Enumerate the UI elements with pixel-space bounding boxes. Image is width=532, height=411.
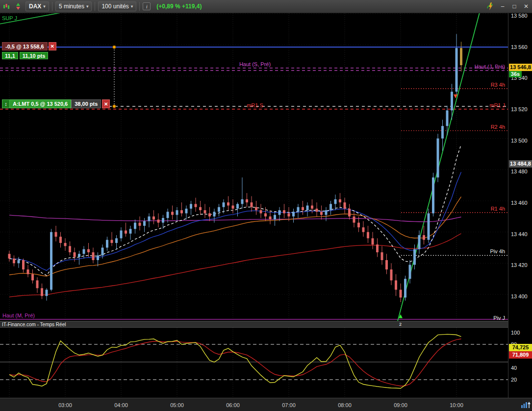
haut-j-pre-label: Haut (J, Pré) [475,64,505,70]
order-connector[interactable] [113,46,116,108]
grid-lines [0,13,508,321]
time-tick: 10:00 [444,402,469,408]
indicator-tick: 40 [511,364,517,371]
time-tick: 08:00 [332,402,357,408]
pnl-value-badge: 11,1 [2,52,18,59]
orders-icon[interactable] [14,2,23,11]
open-position-tag[interactable]: -0,5 @ 13 558,6 ✕ [2,42,56,50]
chevron-down-icon: ▾ [131,4,133,9]
price-chart-canvas[interactable]: Haut (S, Pré)Haut (J, Pré)R3 4hmR1 SmR1 … [0,13,508,321]
chevron-down-icon: ▾ [86,4,89,9]
info-icon[interactable]: i [143,2,151,10]
indicator-tick: 20 [511,376,517,383]
timeframe-label: 5 minutes [59,3,84,10]
stochastic-panel-canvas[interactable] [0,328,508,398]
price-tick: 13 560 [511,44,528,50]
stoch-grid [0,328,508,398]
instrument-label: DAX [29,3,41,10]
piv-j-label: Piv J [493,315,505,321]
time-tick: 05:00 [165,402,189,408]
mr1-label: mR1 J [489,102,505,108]
pnl-points-badge: 11,10 pts [20,52,48,59]
toolbar: DAX ▾ 5 minutes ▾ 100 unités ▾ i (+0,89 … [0,0,532,13]
price-tick: 13 460 [511,199,528,206]
candle-countdown-badge: 36s [509,71,522,77]
piv-4h-label: Piv 4h [490,248,505,254]
haut-s-pre-label: Haut (S, Pré) [239,61,271,67]
price-tick: 13 420 [511,262,528,268]
r1-4h-label: R1 4h [491,206,505,212]
trendlines[interactable]: SUP J [0,13,481,321]
sup-j-line [0,13,124,24]
close-position-icon[interactable]: ✕ [49,42,56,50]
open-position-label: -0,5 @ 13 558,6 [2,42,48,50]
toolbar-separator [139,2,140,11]
stoch-fast-value-badge: 74,725 [509,344,532,351]
current-price-badge: 13 546,8 [509,64,532,71]
sup-j-label: SUP J [2,15,17,21]
time-tick: 07:00 [277,402,301,408]
time-tick: 06:00 [221,402,245,408]
daily-change-label: (+0,89 % +119,4) [156,3,202,10]
limit-order-label: A:LMT 0,5 @ 13 520,6 [10,99,71,108]
secondary-price-badge: 13 484,8 [509,160,532,168]
price-tick: 13 580 [511,12,528,19]
drag-order-icon[interactable]: ↕ [2,99,10,108]
chart-type-icon[interactable] [2,2,11,11]
stoch-slow-value-badge: 71,809 [509,351,532,359]
price-tick: 13 500 [511,137,528,144]
candlesticks [8,34,463,302]
pnl-badges: 11,1 11,10 pts [2,52,48,59]
price-tick: 13 400 [511,293,528,300]
live-data-refresh-icon[interactable] [486,2,495,11]
units-dropdown[interactable]: 100 unités ▾ [98,1,136,11]
instrument-dropdown[interactable]: DAX ▾ [25,1,49,11]
time-tick: 04:00 [109,402,133,408]
moving-average-lines [9,145,461,297]
units-label: 100 unités [101,3,128,10]
attribution-label: IT-Finance.com - Temps Réel [2,322,66,327]
price-tick: 13 520 [511,106,528,113]
r2-4h-label: R2 4h [491,124,505,130]
price-tick: 13 440 [511,231,528,238]
drag-handle-dot [113,105,116,108]
drag-handle-dot [113,46,116,48]
stoch-fast-line [9,334,461,388]
order-distance-badge: 38,00 pts [71,99,101,108]
time-tick: 09:00 [388,402,413,408]
toolbar-separator [52,2,52,11]
price-axis[interactable]: 13 58013 56013 54013 52013 50013 48013 4… [508,13,532,398]
panel-divider[interactable]: IT-Finance.com - Temps Réel 2 [0,321,508,328]
time-tick: 03:00 [53,402,77,408]
level-lines: Haut (S, Pré)Haut (J, Pré)R3 4hmR1 SmR1 … [0,47,508,321]
time-axis[interactable]: 03:0004:0005:0006:0007:0008:0009:0010:00 [0,398,532,411]
session-marker: 2 [399,322,402,327]
close-button[interactable]: ✕ [522,2,530,10]
haut-m-pre-label: Haut (M, Pré) [2,313,35,318]
cancel-order-icon[interactable]: ✕ [102,99,110,108]
maximize-button[interactable]: □ [510,2,518,10]
r3-4h-label: R3 4h [491,82,505,88]
limit-order-tag[interactable]: ↕ A:LMT 0,5 @ 13 520,6 38,00 pts ✕ [2,99,110,108]
toolbar-separator [95,2,95,11]
price-tick: 13 480 [511,168,528,175]
trading-app-window: DAX ▾ 5 minutes ▾ 100 unités ▾ i (+0,89 … [0,0,532,411]
stoch-slow-line [9,339,461,386]
minimize-button[interactable]: – [499,2,507,10]
indicator-tick: 100 [511,329,520,336]
timeframe-dropdown[interactable]: 5 minutes ▾ [55,1,92,11]
chevron-down-icon: ▾ [43,4,46,9]
stoch-lines [9,334,461,388]
mr1-label: mR1 S [247,102,263,108]
scroll-to-latest-icon[interactable] [521,401,531,409]
